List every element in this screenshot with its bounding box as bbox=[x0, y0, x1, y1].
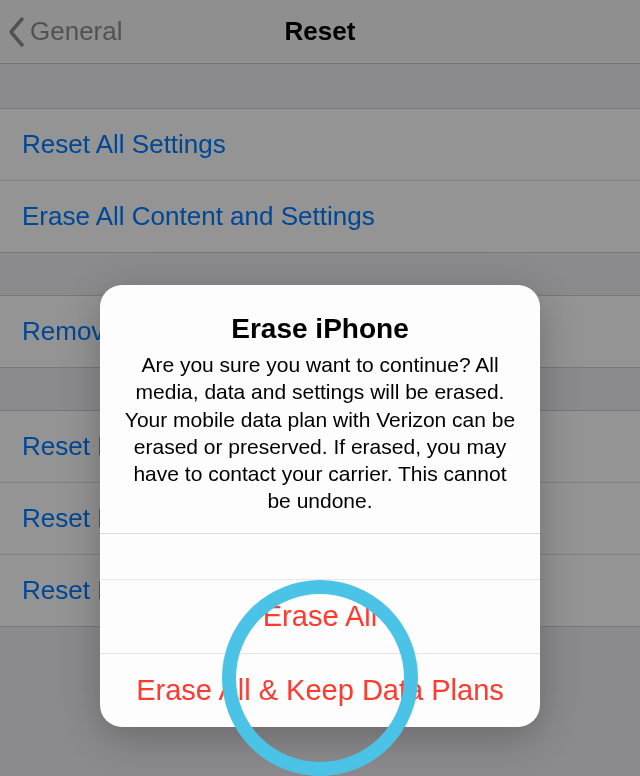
alert-message: Are you sure you want to continue? All m… bbox=[120, 351, 520, 515]
alert-body: Erase iPhone Are you sure you want to co… bbox=[100, 285, 540, 533]
alert-title: Erase iPhone bbox=[120, 313, 520, 345]
erase-all-button[interactable]: Erase All bbox=[100, 580, 540, 654]
alert-container: Erase iPhone Are you sure you want to co… bbox=[100, 285, 540, 727]
alert-spacer bbox=[100, 534, 540, 580]
alert-actions: Erase All Erase All & Keep Data Plans bbox=[100, 533, 540, 727]
alert-dialog: Erase iPhone Are you sure you want to co… bbox=[100, 285, 540, 727]
erase-all-keep-plans-button[interactable]: Erase All & Keep Data Plans bbox=[100, 654, 540, 727]
